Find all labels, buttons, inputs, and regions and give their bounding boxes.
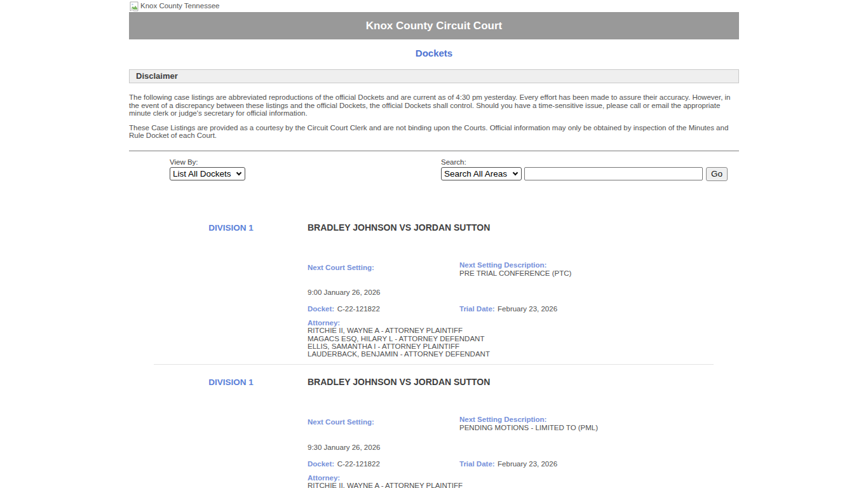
- view-by-label: View By:: [170, 158, 245, 166]
- search-label: Search:: [441, 158, 728, 166]
- next-setting-description-label: Next Setting Description:: [459, 261, 739, 269]
- trial-date-label: Trial Date:: [459, 460, 495, 468]
- attorney-line: MAGACS ESQ, HILARY L - ATTORNEY DEFENDAN…: [308, 335, 739, 342]
- filter-bar: View By: List All Dockets Search: Search…: [129, 158, 739, 181]
- attorney-line: ELLIS, SAMANTHA I - ATTORNEY PLAINTIFF: [308, 342, 739, 350]
- view-by-group: View By: List All Dockets: [170, 158, 245, 180]
- next-setting-description-value: PRE TRIAL CONFERENCE (PTC): [459, 269, 739, 277]
- next-setting-description-label: Next Setting Description:: [459, 416, 739, 423]
- next-court-setting-value: 9:30 January 26, 2026: [308, 444, 380, 451]
- search-input[interactable]: [524, 167, 703, 180]
- entry-divider: [154, 364, 714, 365]
- disclaimer-heading: Disclaimer: [129, 69, 739, 83]
- next-setting-description-value: PENDING MOTIONS - LIMITED TO (PML): [459, 424, 739, 431]
- next-court-setting-label: Next Court Setting:: [308, 418, 374, 426]
- attorney-line: RITCHIE II, WAYNE A - ATTORNEY PLAINTIFF: [308, 482, 739, 488]
- search-group: Search: Search All Areas Go: [441, 158, 728, 181]
- page-title: Knox County Circuit Court: [366, 20, 502, 32]
- disclaimer-paragraph-2: These Case Listings are provided as a co…: [129, 124, 739, 140]
- trial-date-value: February 23, 2026: [498, 460, 557, 468]
- go-button[interactable]: Go: [706, 167, 728, 181]
- attorney-label: Attorney:: [308, 319, 739, 327]
- attorney-line: LAUDERBACK, BENJAMIN - ATTORNEY DEFENDAN…: [308, 350, 739, 358]
- docket-number: C-22-121822: [337, 460, 380, 468]
- page-container: Knox County Tennessee Knox County Circui…: [129, 0, 739, 488]
- division-link[interactable]: DIVISION 1: [208, 221, 254, 233]
- docket-entry: DIVISION 1 BRADLEY JOHNSON VS JORDAN SUT…: [129, 376, 739, 488]
- docket-number: C-22-121822: [337, 305, 380, 313]
- docket-label: Docket:: [308, 460, 334, 468]
- next-court-setting-label: Next Court Setting:: [308, 264, 374, 271]
- docket-entry: DIVISION 1 BRADLEY JOHNSON VS JORDAN SUT…: [129, 221, 739, 358]
- attorney-line: RITCHIE II, WAYNE A - ATTORNEY PLAINTIFF: [308, 327, 739, 334]
- logo-alt-text: Knox County Tennessee: [140, 1, 219, 10]
- case-title: BRADLEY JOHNSON VS JORDAN SUTTON: [308, 376, 739, 387]
- broken-image-icon: [129, 1, 139, 11]
- dockets-link[interactable]: Dockets: [129, 48, 739, 58]
- division-link[interactable]: DIVISION 1: [208, 376, 254, 387]
- page-header-bar: Knox County Circuit Court: [129, 12, 739, 39]
- site-logo: Knox County Tennessee: [129, 0, 739, 12]
- trial-date-label: Trial Date:: [459, 305, 495, 313]
- attorney-label: Attorney:: [308, 474, 739, 482]
- trial-date-value: February 23, 2026: [498, 305, 557, 313]
- section-divider: [129, 151, 739, 151]
- case-title: BRADLEY JOHNSON VS JORDAN SUTTON: [308, 221, 739, 233]
- next-court-setting-value: 9:00 January 26, 2026: [308, 288, 380, 296]
- search-area-select[interactable]: Search All Areas: [441, 167, 522, 180]
- docket-list: DIVISION 1 BRADLEY JOHNSON VS JORDAN SUT…: [129, 221, 739, 488]
- view-by-select[interactable]: List All Dockets: [170, 167, 245, 180]
- docket-label: Docket:: [308, 305, 334, 313]
- disclaimer-paragraph-1: The following case listings are abbrevia…: [129, 93, 739, 118]
